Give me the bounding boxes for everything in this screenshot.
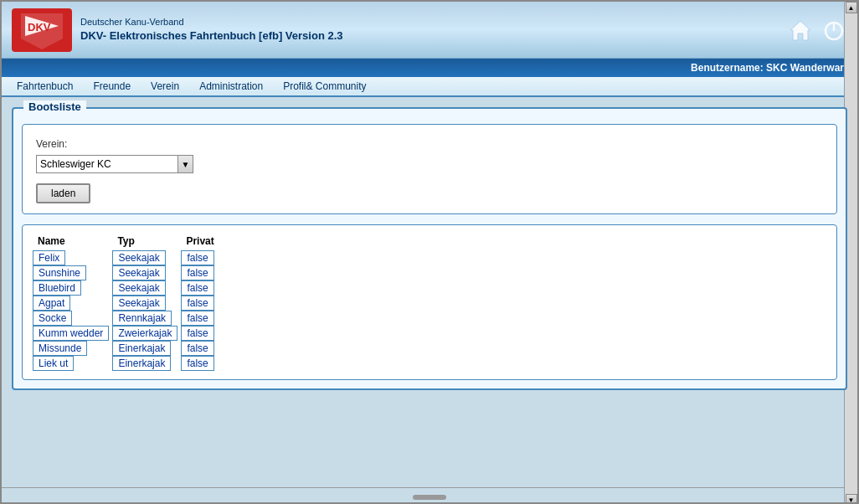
boat-typ-cell[interactable]: Einerkajak [111, 356, 179, 371]
boat-privat[interactable]: false [181, 296, 213, 311]
nav-profil-community[interactable]: Profil& Community [275, 79, 374, 94]
verein-label: Verein: [36, 138, 823, 150]
nav-verein[interactable]: Verein [142, 79, 188, 94]
boat-privat-cell[interactable]: false [179, 265, 220, 280]
boat-privat[interactable]: false [181, 265, 213, 280]
boat-typ[interactable]: Seekajak [112, 250, 165, 265]
boat-table: Name Typ Privat FelixSeekajakfalseSunshi… [31, 234, 221, 371]
username-label: Benutzername: SKC Wanderwart [691, 62, 847, 74]
logo-area: DKV Deutscher Kanu-Verband DKV- Elektron… [12, 8, 343, 52]
main-content: Bootsliste Verein: Schleswiger KC ▼ lade… [2, 97, 857, 487]
boat-name-cell[interactable]: Agpat [31, 296, 111, 311]
boat-name-cell[interactable]: Liek ut [31, 356, 111, 371]
boat-name[interactable]: Kumm wedder [33, 326, 109, 341]
verein-dropdown-arrow[interactable]: ▼ [178, 155, 193, 173]
app-title: DKV- Elektronisches Fahrtenbuch [efb] Ve… [80, 28, 343, 44]
boat-typ[interactable]: Zweierkajak [112, 326, 177, 341]
boat-name-cell[interactable]: Kumm wedder [31, 326, 111, 341]
boat-privat-cell[interactable]: false [179, 356, 220, 371]
table-row: AgpatSeekajakfalse [31, 296, 221, 311]
table-row: FelixSeekajakfalse [31, 250, 221, 265]
boat-typ-cell[interactable]: Einerkajak [111, 341, 179, 356]
boat-name-cell[interactable]: Socke [31, 311, 111, 326]
table-section: Name Typ Privat FelixSeekajakfalseSunshi… [22, 224, 837, 380]
boat-privat[interactable]: false [181, 311, 213, 326]
table-row: Kumm wedderZweierkajakfalse [31, 326, 221, 341]
boat-privat[interactable]: false [181, 250, 213, 265]
boat-name[interactable]: Liek ut [33, 356, 74, 371]
boat-typ[interactable]: Rennkajak [112, 311, 172, 326]
table-row: SockeRennkajakfalse [31, 311, 221, 326]
boat-name[interactable]: Missunde [33, 341, 87, 356]
laden-button[interactable]: laden [36, 183, 90, 203]
nav-fahrtenbuch[interactable]: Fahrtenbuch [8, 79, 81, 94]
boat-typ-cell[interactable]: Zweierkajak [111, 326, 179, 341]
header-icons [787, 17, 847, 44]
col-name: Name [31, 234, 111, 250]
nav-administration[interactable]: Administration [191, 79, 271, 94]
navbar: Fahrtenbuch Freunde Verein Administratio… [2, 77, 857, 97]
boat-privat[interactable]: false [181, 356, 213, 371]
boat-privat-cell[interactable]: false [179, 341, 220, 356]
power-icon[interactable] [820, 17, 847, 44]
boat-typ[interactable]: Seekajak [112, 296, 165, 311]
logo-text: Deutscher Kanu-Verband DKV- Elektronisch… [80, 16, 343, 44]
svg-text:DKV: DKV [28, 21, 51, 33]
scroll-down-arrow[interactable]: ▼ [846, 494, 857, 504]
username-bar: Benutzername: SKC Wanderwart [2, 59, 857, 77]
horizontal-scroll-indicator[interactable] [413, 495, 446, 500]
boat-typ-cell[interactable]: Seekajak [111, 250, 179, 265]
boat-name-cell[interactable]: Missunde [31, 341, 111, 356]
boat-name[interactable]: Sunshine [33, 265, 86, 280]
boat-typ[interactable]: Einerkajak [112, 356, 171, 371]
boat-privat-cell[interactable]: false [179, 250, 220, 265]
boat-typ[interactable]: Seekajak [112, 280, 165, 296]
home-icon[interactable] [787, 17, 814, 44]
boat-typ-cell[interactable]: Seekajak [111, 280, 179, 296]
boat-privat-cell[interactable]: false [179, 280, 220, 296]
boat-name-cell[interactable]: Bluebird [31, 280, 111, 296]
scroll-up-arrow[interactable]: ▲ [846, 2, 857, 13]
table-row: Liek utEinerkajakfalse [31, 356, 221, 371]
boat-typ-cell[interactable]: Rennkajak [111, 311, 179, 326]
table-row: MissundeEinerkajakfalse [31, 341, 221, 356]
boat-privat[interactable]: false [181, 280, 213, 296]
boat-privat[interactable]: false [181, 341, 213, 356]
boat-name-cell[interactable]: Sunshine [31, 265, 111, 280]
verein-select[interactable]: Schleswiger KC [36, 155, 178, 173]
boat-typ-cell[interactable]: Seekajak [111, 296, 179, 311]
org-name: Deutscher Kanu-Verband [80, 16, 343, 28]
bootsliste-title: Bootsliste [23, 100, 86, 113]
boat-name[interactable]: Agpat [33, 296, 70, 311]
table-row: BluebirdSeekajakfalse [31, 280, 221, 296]
nav-freunde[interactable]: Freunde [85, 79, 139, 94]
boat-name[interactable]: Bluebird [33, 280, 81, 296]
boat-typ[interactable]: Seekajak [112, 265, 165, 280]
table-row: SunshineSeekajakfalse [31, 265, 221, 280]
boat-name[interactable]: Felix [33, 250, 65, 265]
bottom-bar [2, 487, 857, 504]
boat-privat-cell[interactable]: false [179, 296, 220, 311]
boat-typ-cell[interactable]: Seekajak [111, 265, 179, 280]
verein-section: Verein: Schleswiger KC ▼ laden [22, 124, 837, 214]
col-privat: Privat [179, 234, 220, 250]
header: DKV Deutscher Kanu-Verband DKV- Elektron… [2, 2, 857, 59]
boat-name[interactable]: Socke [33, 311, 72, 326]
boat-typ[interactable]: Einerkajak [112, 341, 171, 356]
col-typ: Typ [111, 234, 179, 250]
svg-marker-4 [790, 21, 810, 40]
boat-privat-cell[interactable]: false [179, 311, 220, 326]
boat-name-cell[interactable]: Felix [31, 250, 111, 265]
verein-select-row: Schleswiger KC ▼ [36, 155, 823, 173]
boat-privat-cell[interactable]: false [179, 326, 220, 341]
bootsliste-panel: Bootsliste Verein: Schleswiger KC ▼ lade… [12, 107, 847, 390]
logo-emblem: DKV [12, 8, 72, 52]
boat-privat[interactable]: false [181, 326, 213, 341]
